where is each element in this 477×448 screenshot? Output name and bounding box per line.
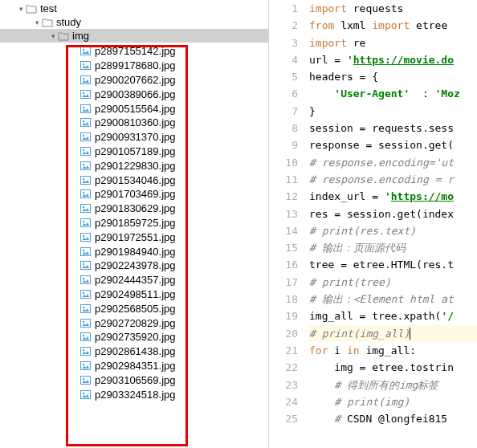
code-line[interactable]: # CSDN @longfei815: [309, 410, 477, 427]
image-file-icon: [80, 47, 92, 56]
file-item[interactable]: p2900810360.jpg: [0, 116, 268, 130]
code-line[interactable]: # print(img_all): [309, 325, 477, 342]
file-item[interactable]: p2901229830.jpg: [0, 158, 268, 173]
file-label: p2903324518.jpg: [95, 389, 176, 401]
svg-point-11: [83, 120, 84, 122]
file-item[interactable]: p2902568505.jpg: [0, 301, 268, 316]
folder-icon: [58, 31, 69, 41]
tree-folder-test[interactable]: ▾ test: [0, 2, 268, 15]
file-label: p2902568505.jpg: [95, 303, 176, 315]
code-area[interactable]: import requestsfrom lxml import etreeimp…: [309, 0, 477, 448]
file-label: p2900515564.jpg: [95, 103, 176, 115]
code-line[interactable]: # print(tree): [309, 274, 477, 291]
file-item[interactable]: p2902861438.jpg: [0, 344, 268, 359]
file-item[interactable]: p2902243978.jpg: [0, 259, 268, 273]
code-line[interactable]: session = requests.sess: [309, 120, 477, 136]
image-file-icon: [80, 318, 92, 328]
code-line[interactable]: # 输出：页面源代码: [309, 239, 477, 256]
file-item[interactable]: p2901057189.jpg: [0, 145, 268, 159]
svg-point-5: [83, 78, 84, 79]
code-line[interactable]: tree = etree.HTML(res.t: [309, 256, 477, 273]
file-item[interactable]: p2901830629.jpg: [0, 202, 268, 216]
line-number: 21: [269, 342, 298, 359]
code-line[interactable]: img_all = tree.xpath('/: [309, 307, 477, 324]
file-item[interactable]: p2897155142.jpg: [0, 44, 268, 59]
file-item[interactable]: p2902984351.jpg: [0, 359, 268, 373]
code-line[interactable]: import requests: [309, 0, 477, 17]
file-label: p2901229830.jpg: [95, 160, 176, 172]
line-number: 12: [269, 188, 298, 205]
code-line[interactable]: # 得到所有的img标签: [309, 377, 477, 393]
file-item[interactable]: p2901859725.jpg: [0, 216, 268, 230]
svg-point-23: [83, 206, 84, 208]
tree-folder-study[interactable]: ▾ study: [0, 15, 268, 29]
file-label: p2901534046.jpg: [95, 174, 176, 186]
file-label: p2900931370.jpg: [95, 131, 176, 143]
code-line[interactable]: res = session.get(index: [309, 206, 477, 222]
file-label: p2902243978.jpg: [95, 259, 176, 271]
file-item[interactable]: p2901972551.jpg: [0, 230, 268, 244]
code-line[interactable]: response = session.get(: [309, 136, 477, 153]
code-line[interactable]: }: [309, 103, 477, 120]
file-label: p2901057189.jpg: [95, 145, 176, 157]
image-file-icon: [80, 189, 92, 199]
svg-point-7: [83, 92, 84, 94]
image-file-icon: [80, 289, 92, 299]
code-line[interactable]: from lxml import etree: [309, 17, 477, 34]
file-item[interactable]: p2902444357.jpg: [0, 273, 268, 287]
svg-point-49: [83, 392, 84, 393]
image-file-icon: [80, 360, 92, 370]
file-item[interactable]: p2900931370.jpg: [0, 130, 268, 145]
file-item[interactable]: p2902735920.jpg: [0, 330, 268, 344]
svg-point-37: [83, 307, 84, 308]
line-number: 18: [269, 291, 298, 307]
file-item[interactable]: p2902720829.jpg: [0, 316, 268, 330]
file-item[interactable]: p2903324518.jpg: [0, 387, 268, 401]
file-label: p2900207662.jpg: [95, 74, 176, 86]
code-line[interactable]: # response.encoding = r: [309, 171, 477, 188]
file-item[interactable]: p2900207662.jpg: [0, 73, 268, 88]
file-label: p2902444357.jpg: [95, 274, 176, 286]
image-file-icon: [80, 175, 92, 185]
image-file-icon: [80, 375, 92, 385]
file-item[interactable]: p2901534046.jpg: [0, 173, 268, 187]
line-gutter: 1234567891011121314151617181920212223242…: [269, 0, 309, 448]
code-line[interactable]: img = etree.tostrin: [309, 359, 477, 376]
tree-folder-img[interactable]: ▾ img: [0, 29, 268, 43]
line-number: 7: [269, 103, 298, 120]
file-item[interactable]: p2901703469.jpg: [0, 187, 268, 202]
image-file-icon: [80, 104, 92, 113]
code-line[interactable]: import re: [309, 35, 477, 51]
code-line[interactable]: # print(res.text): [309, 222, 477, 239]
code-line[interactable]: headers = {: [309, 68, 477, 85]
svg-point-1: [83, 49, 84, 51]
line-number: 6: [269, 85, 298, 102]
line-number: 15: [269, 239, 298, 256]
file-item[interactable]: p2901984940.jpg: [0, 244, 268, 259]
code-editor[interactable]: 1234567891011121314151617181920212223242…: [269, 0, 477, 448]
svg-point-45: [83, 364, 84, 365]
code-line[interactable]: 'User-Agent' : 'Moz: [309, 85, 477, 102]
file-item[interactable]: p2900515564.jpg: [0, 101, 268, 116]
svg-point-29: [83, 249, 84, 250]
code-line[interactable]: index_url = 'https://mo: [309, 188, 477, 205]
file-item[interactable]: p2899178680.jpg: [0, 59, 268, 73]
code-line[interactable]: # print(img): [309, 393, 477, 410]
folder-icon: [26, 4, 37, 14]
file-item[interactable]: p2900389066.jpg: [0, 87, 268, 101]
file-label: p2901859725.jpg: [95, 217, 176, 229]
file-label: p2901972551.jpg: [95, 231, 176, 243]
line-number: 24: [269, 393, 298, 410]
folder-label: test: [40, 2, 57, 14]
code-line[interactable]: # 输出：<Element html at: [309, 291, 477, 307]
svg-point-19: [83, 177, 84, 179]
code-line[interactable]: url = 'https://movie.do: [309, 51, 477, 68]
code-line[interactable]: for i in img_all:: [309, 342, 477, 359]
line-number: 2: [269, 17, 298, 34]
file-item[interactable]: p2903106569.jpg: [0, 373, 268, 387]
file-item[interactable]: p2902498511.jpg: [0, 287, 268, 302]
folder-label: img: [72, 30, 89, 42]
code-line[interactable]: # response.encoding='ut: [309, 154, 477, 171]
image-file-icon: [80, 204, 92, 214]
file-label: p2900389066.jpg: [95, 88, 176, 100]
